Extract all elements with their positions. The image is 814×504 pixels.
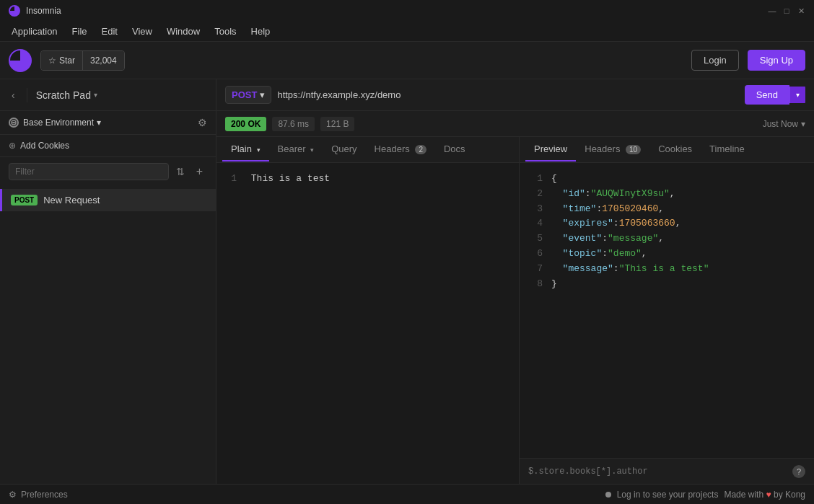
preferences-label: Preferences [21,490,68,500]
json-line-1: 1 { [528,172,805,187]
sidebar-back-button[interactable]: ‹ [9,88,18,102]
method-selector[interactable]: POST ▾ [225,86,271,104]
tab-response-headers[interactable]: Headers 10 [576,138,649,162]
filter-input[interactable] [9,163,169,180]
timestamp-chevron-icon: ▾ [801,119,805,129]
login-link[interactable]: Log in to see your projects [617,490,719,500]
tab-preview[interactable]: Preview [525,138,576,162]
headers-badge: 2 [415,145,426,154]
maximize-button[interactable]: □ [782,6,791,15]
body-line-1: 1 This is a test [225,172,510,187]
status-bar: 200 OK 87.6 ms 121 B Just Now ▾ [216,111,814,137]
logo-icon [9,49,32,72]
minimize-button[interactable]: — [768,6,776,15]
app-title: Insomnia [26,6,61,16]
menu-file[interactable]: File [66,24,93,39]
response-time: 87.6 ms [272,117,315,131]
environment-settings-icon[interactable]: ⚙ [198,117,207,128]
send-button-group: Send ▾ [745,85,805,105]
star-icon: ☆ [48,56,56,66]
json-line-6: 6 "topic" : "demo" , [528,247,805,262]
tab-query[interactable]: Query [323,138,365,162]
url-input[interactable] [277,89,738,100]
close-button[interactable]: ✕ [797,6,805,15]
github-star-widget[interactable]: ☆ Star 32,004 [40,50,125,71]
sidebar-header: ‹ Scratch Pad ▾ [0,79,216,111]
response-tabs: Preview Headers 10 Cookies Timeline [520,137,814,163]
environment-icon [9,118,19,128]
main-layout: ‹ Scratch Pad ▾ Base Environment ▾ ⚙ ⊕ A… [0,79,814,484]
preferences-icon: ⚙ [9,490,17,500]
environment-selector[interactable]: Base Environment ▾ [9,118,101,128]
filter-bar: ⇅ + [0,157,216,186]
tab-headers[interactable]: Headers 2 [366,138,435,162]
environment-chevron: ▾ [97,118,101,128]
online-indicator [605,492,611,498]
request-item[interactable]: POST New Request [0,189,216,211]
title-bar: Insomnia — □ ✕ [0,0,814,22]
menu-help[interactable]: Help [245,24,276,39]
github-star-count[interactable]: 32,004 [83,51,124,70]
menu-view[interactable]: View [126,24,158,39]
sidebar: ‹ Scratch Pad ▾ Base Environment ▾ ⚙ ⊕ A… [0,79,216,484]
json-line-2: 2 "id" : "AUQWInytX9su" , [528,187,805,202]
sidebar-title[interactable]: Scratch Pad ▾ [36,89,97,101]
menu-tools[interactable]: Tools [209,24,242,39]
signup-button[interactable]: Sign Up [748,50,805,71]
response-bottom-bar: ? [520,458,814,484]
heart-icon: ♥ [766,490,771,500]
menu-window[interactable]: Window [161,24,206,39]
method-text: POST [232,89,257,100]
method-chevron-icon: ▾ [260,89,265,100]
star-label: Star [59,56,75,66]
status-code: 200 [231,119,245,129]
add-cookies-button[interactable]: ⊕ Add Cookies [0,135,216,157]
bottom-right: Log in to see your projects Made with ♥ … [605,490,805,500]
login-button[interactable]: Login [691,50,739,71]
request-bar: POST ▾ Send ▾ [216,79,814,111]
preferences-button[interactable]: ⚙ Preferences [9,490,68,500]
header-divider [27,88,27,102]
response-headers-badge: 10 [626,145,641,154]
menu-edit[interactable]: Edit [96,24,123,39]
request-list: POST New Request [0,186,216,484]
github-star-button[interactable]: ☆ Star [41,51,83,70]
bearer-chevron-icon: ▾ [310,146,314,154]
json-line-8: 8 } [528,277,805,292]
menu-application[interactable]: Application [6,24,64,39]
tab-cookies[interactable]: Cookies [649,138,701,162]
plain-chevron-icon: ▾ [257,146,261,154]
timestamp[interactable]: Just Now ▾ [763,119,805,129]
tab-docs[interactable]: Docs [435,138,474,162]
send-dropdown-button[interactable]: ▾ [789,87,805,103]
status-text: OK [248,119,261,129]
app-icon [9,5,20,17]
request-name: New Request [43,195,100,205]
request-tabs: Plain ▾ Bearer ▾ Query Headers 2 [216,137,519,163]
json-line-3: 3 "time" : 1705020460 , [528,202,805,217]
request-pane: Plain ▾ Bearer ▾ Query Headers 2 [216,137,520,484]
filter-add-button[interactable]: + [192,164,207,180]
jq-help-icon[interactable]: ? [792,465,805,478]
send-button[interactable]: Send [745,85,789,105]
sidebar-title-text: Scratch Pad [36,89,91,101]
cookies-label: Add Cookies [20,141,69,151]
json-line-5: 5 "event" : "message" , [528,231,805,247]
made-with-text: Made with ♥ by Kong [724,490,805,500]
json-line-7: 7 "message" : "This is a test" [528,262,805,277]
tab-bearer[interactable]: Bearer ▾ [269,138,323,162]
environment-name: Base Environment ▾ [23,118,101,128]
tab-plain[interactable]: Plain ▾ [222,138,269,162]
toolbar: ☆ Star 32,004 Login Sign Up [0,42,814,79]
json-line-4: 4 "expires" : 1705063660 , [528,216,805,231]
split-pane: Plain ▾ Bearer ▾ Query Headers 2 [216,137,814,484]
response-pane: Preview Headers 10 Cookies Timeline [520,137,814,484]
response-size: 121 B [320,117,354,131]
sidebar-title-chevron: ▾ [94,91,97,99]
jq-filter-input[interactable] [528,467,787,477]
request-body[interactable]: 1 This is a test [216,163,519,484]
tab-timeline[interactable]: Timeline [701,138,753,162]
sidebar-environment: Base Environment ▾ ⚙ [0,111,216,135]
filter-sort-icon[interactable]: ⇅ [173,164,188,179]
status-badge: 200 OK [225,117,266,131]
